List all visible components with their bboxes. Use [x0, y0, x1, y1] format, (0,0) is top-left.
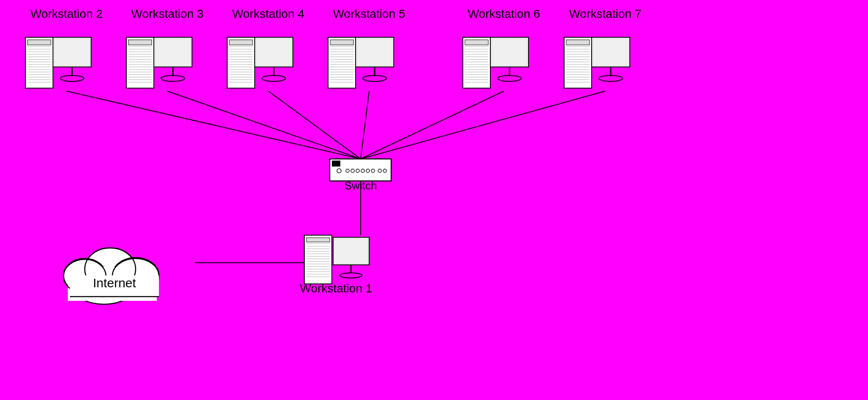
- ws6-label: Workstation 6: [468, 7, 540, 20]
- ws3-label: Workstation 3: [131, 7, 204, 20]
- svg-rect-21: [28, 40, 51, 45]
- ws5-label: Workstation 5: [333, 7, 406, 20]
- svg-rect-101: [357, 39, 392, 66]
- svg-rect-59: [155, 39, 191, 66]
- svg-rect-122: [492, 39, 527, 66]
- ws4-label: Workstation 4: [232, 7, 305, 20]
- svg-rect-63: [229, 40, 253, 45]
- svg-rect-126: [566, 40, 590, 45]
- network-diagram: Switch: [0, 0, 868, 400]
- svg-rect-147: [306, 238, 330, 242]
- svg-rect-80: [256, 39, 292, 66]
- svg-rect-2: [332, 161, 340, 167]
- svg-rect-163: [334, 239, 368, 264]
- ws1-label: Workstation 1: [300, 282, 373, 295]
- svg-rect-84: [330, 40, 353, 45]
- ws2-label: Workstation 2: [31, 7, 103, 20]
- internet-label: Internet: [93, 276, 136, 290]
- ws7-label: Workstation 7: [569, 7, 642, 20]
- svg-rect-42: [128, 40, 152, 45]
- svg-rect-143: [593, 39, 629, 66]
- svg-rect-105: [465, 40, 488, 45]
- svg-rect-38: [54, 39, 90, 66]
